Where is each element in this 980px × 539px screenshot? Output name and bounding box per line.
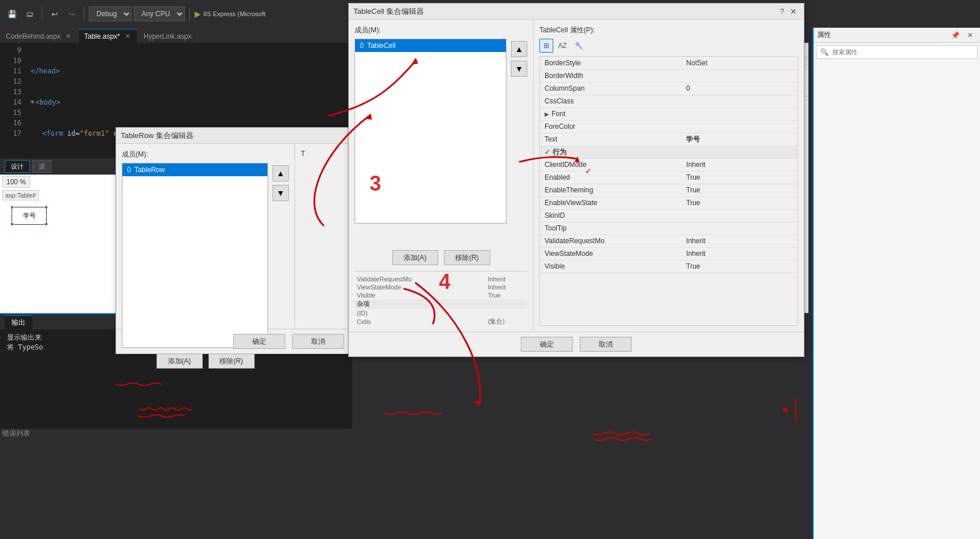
tab-label-table: Table.aspx*	[84, 32, 120, 40]
tablerow-cancel-button[interactable]: 取消	[292, 334, 344, 349]
tablerow-add-remove: 添加(A) 移除(R)	[122, 354, 289, 369]
tablecell-dialog-body: 成员(M): 0 TableCell ▲ ▼ 添加(A) 移除(R)	[349, 20, 804, 332]
rsp-search-input[interactable]	[832, 49, 977, 55]
tablecell-down-button[interactable]: ▼	[511, 61, 527, 77]
tablerow-ok-button[interactable]: 确定	[233, 334, 285, 349]
run-button[interactable]: ▶ IIS Express (Microsoft	[195, 6, 266, 21]
tab-label-codebehind: CodeBehind.aspx	[6, 32, 61, 40]
tab-table-aspx[interactable]: Table.aspx* ✕	[79, 29, 138, 43]
output-tab[interactable]: 输出	[5, 315, 32, 329]
tablecell-side-buttons: ▲ ▼	[511, 39, 527, 244]
toolbar-sep-3	[189, 7, 190, 21]
tablecell-cancel-button[interactable]: 取消	[580, 337, 632, 352]
tablecell-members-row: 0 TableCell ▲ ▼	[355, 39, 527, 244]
tablecell-help-button[interactable]: ?	[776, 6, 788, 17]
tablerow-down-button[interactable]: ▼	[273, 185, 289, 201]
tablerow-remove-button[interactable]: 移除(R)	[208, 354, 255, 369]
tab-close-table[interactable]: ✕	[124, 32, 132, 40]
undo-button[interactable]: ↩	[47, 6, 62, 21]
rsp-close-btn[interactable]: ✕	[964, 29, 977, 42]
run-button-label: IIS Express (Microsoft	[203, 10, 266, 17]
props-wrench-btn[interactable]: 🔧	[572, 39, 586, 53]
tablecell-up-button[interactable]: ▲	[511, 41, 527, 57]
tablerow-members-section: 成员(M): 0 TableRow ▲ ▼ 添加(A) 移除(R)	[116, 144, 295, 329]
tablerow-side-buttons: ▲ ▼	[273, 163, 289, 348]
toolbar-sep-2	[84, 7, 84, 21]
tablecell-props-label: TableCell 属性(P):	[539, 25, 798, 35]
props-sort-btn[interactable]: AZ	[556, 39, 569, 53]
debug-config-dropdown[interactable]: Debug	[89, 6, 132, 21]
tablecell-bottom-props: ValidateRequestMoInherit ViewStateModeIn…	[355, 271, 527, 326]
tablecell-add-remove: 添加(A) 移除(R)	[355, 250, 527, 265]
design-toolbar: asp:Table#	[2, 190, 39, 200]
rsp-search-area: 🔍	[814, 43, 980, 61]
right-side-panel: 属性 📌 ✕ 🔍	[813, 28, 980, 539]
tablerow-members-row: 0 TableRow ▲ ▼	[122, 163, 289, 348]
cpu-dropdown[interactable]: Any CPU	[134, 6, 185, 21]
cell-content: 学号	[23, 212, 36, 219]
tab-label-hyperlink: HyperLink.aspx	[144, 32, 192, 40]
rsp-pin-btn[interactable]: 📌	[949, 29, 962, 42]
tablecell-props-table: BorderStyleNotSet BorderWidth ColumnSpan…	[540, 57, 798, 273]
tablecell-close-button[interactable]: ✕	[788, 6, 799, 17]
tablecell-dialog-title: TableCell 集合编辑器	[353, 6, 424, 17]
tablerow-member-name-0: TableRow	[135, 166, 165, 174]
tablecell-remove-button[interactable]: 移除(R)	[444, 250, 490, 265]
design-view-btn[interactable]: 设计	[5, 160, 30, 173]
object-label: asp:Table#	[2, 190, 39, 200]
tablerow-add-button[interactable]: 添加(A)	[156, 354, 203, 369]
tablecell-dialog: TableCell 集合编辑器 ? ✕ 成员(M): 0 TableCell ▲…	[348, 3, 804, 357]
tablecell-props-scroll[interactable]: BorderStyleNotSet BorderWidth ColumnSpan…	[539, 56, 798, 326]
source-view-btn[interactable]: 源	[32, 160, 51, 173]
error-list-label: 错误列表	[2, 429, 30, 438]
tablecell-ok-button[interactable]: 确定	[521, 337, 573, 352]
tab-close-codebehind[interactable]: ✕	[64, 32, 72, 40]
props-grid-btn[interactable]: ⊞	[539, 39, 553, 53]
member-index-0: 0	[360, 42, 364, 50]
tablecell-dialog-footer: 确定 取消	[349, 332, 804, 356]
redo-button[interactable]: ↪	[64, 6, 79, 21]
rsp-header: 属性 📌 ✕	[814, 28, 980, 43]
zoom-label[interactable]: 100 %	[2, 176, 30, 188]
tablerow-dialog-title: TableRow 集合编辑器	[121, 131, 193, 141]
tablecell-dialog-titlebar: TableCell 集合编辑器 ? ✕	[349, 3, 804, 20]
tablecell-props-section: TableCell 属性(P): ⊞ AZ 🔧 BorderStyleNotSe…	[534, 20, 804, 332]
table-preview: 学号	[12, 207, 47, 225]
tablecell-members-label: 成员(M):	[355, 25, 527, 35]
tablerow-members-label: 成员(M):	[122, 150, 289, 159]
tablerow-members-list[interactable]: 0 TableRow	[122, 163, 268, 348]
tablecell-props-toolbar: ⊞ AZ 🔧	[539, 39, 798, 53]
tablerow-up-button[interactable]: ▲	[273, 165, 289, 181]
save-all-button[interactable]: 🗂	[22, 6, 37, 21]
save-button[interactable]: 💾	[5, 6, 20, 21]
tab-hyperlink[interactable]: HyperLink.aspx	[138, 29, 198, 43]
tablecell-members-list[interactable]: 0 TableCell	[355, 39, 506, 224]
tablecell-members-section: 成员(M): 0 TableCell ▲ ▼ 添加(A) 移除(R)	[349, 20, 534, 332]
line-numbers: 9 10 11 12 13 14 15 16 17	[0, 43, 26, 158]
tablecell-add-button[interactable]: 添加(A)	[392, 250, 438, 265]
rsp-title: 属性	[817, 30, 831, 40]
search-icon: 🔍	[817, 48, 832, 56]
tab-codebehind[interactable]: CodeBehind.aspx ✕	[0, 29, 79, 43]
tablerow-member-0[interactable]: 0 TableRow	[122, 163, 267, 176]
rsp-search-box-wrapper: 🔍	[816, 45, 978, 59]
member-name-0: TableCell	[367, 42, 396, 50]
tablerow-member-index-0: 0	[127, 166, 131, 174]
tablecell-member-0[interactable]: 0 TableCell	[355, 39, 506, 52]
toolbar-sep-1	[42, 7, 42, 21]
